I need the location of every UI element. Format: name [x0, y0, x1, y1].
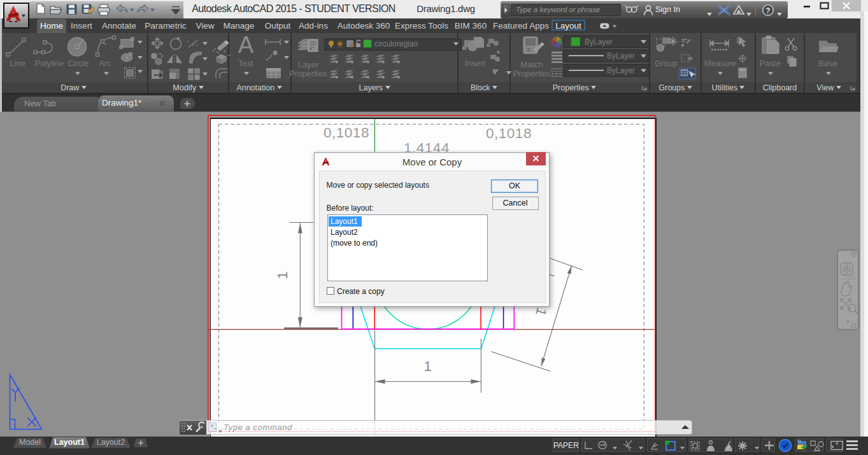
svg-text:1: 1 — [275, 271, 291, 279]
svg-text:1: 1 — [423, 358, 431, 374]
svg-text:1: 1 — [532, 305, 550, 318]
svg-text:?: ? — [765, 6, 770, 15]
svg-text:2D: 2D — [847, 272, 855, 279]
